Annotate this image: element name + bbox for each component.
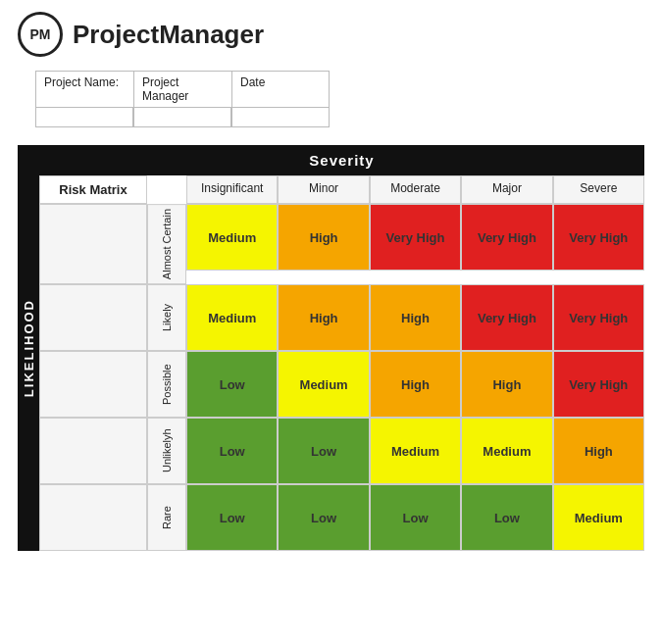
likelihood-label: Likelihood <box>22 299 36 397</box>
matrix-cell: Low <box>278 418 369 484</box>
severity-header: Severity <box>39 145 644 175</box>
matrix-cell: Low <box>461 484 552 551</box>
row-header-spacer <box>147 175 186 204</box>
col-header-major: Major <box>461 175 552 204</box>
risk-matrix-section: Likelihood Severity Risk Matrix Insignif… <box>18 145 644 551</box>
matrix-cell: High <box>461 351 552 418</box>
matrix-cell: High <box>278 204 369 271</box>
matrix-cell: Medium <box>553 484 644 551</box>
matrix-cell: Very High <box>461 204 552 271</box>
col-headers-row: Risk Matrix Insignificant Minor Moderate… <box>39 175 644 204</box>
matrix-data-row: LikelyMediumHighHighVery HighVery High <box>39 284 644 351</box>
date-input[interactable] <box>231 108 330 127</box>
row-label-rare: Rare <box>147 484 186 551</box>
row-label-almost-certain: Almost Certain <box>147 204 186 284</box>
matrix-data-row: Almost CertainMediumHighVery HighVery Hi… <box>39 204 644 284</box>
project-manager-input[interactable] <box>133 108 231 127</box>
matrix-cell: High <box>553 418 644 484</box>
matrix-outer: Likelihood Severity Risk Matrix Insignif… <box>18 145 644 551</box>
form-labels-row: Project Name: Project Manager Date <box>35 71 330 108</box>
matrix-cell: Medium <box>186 204 278 271</box>
matrix-cell: Very High <box>553 284 644 351</box>
matrix-cell: Low <box>186 351 278 418</box>
matrix-cell: Low <box>370 484 461 551</box>
row-spacer <box>39 418 147 484</box>
matrix-cell: High <box>278 284 369 351</box>
matrix-cell: Medium <box>461 418 552 484</box>
matrix-cell: High <box>370 351 461 418</box>
project-name-input[interactable] <box>35 108 133 127</box>
row-spacer <box>39 204 147 284</box>
date-label: Date <box>232 72 331 107</box>
header: PM ProjectManager <box>0 0 662 65</box>
row-spacer <box>39 484 147 551</box>
matrix-cell: Very High <box>370 204 461 271</box>
matrix-cell: Low <box>186 418 278 484</box>
matrix-cell: Medium <box>278 351 369 418</box>
risk-matrix-label: Risk Matrix <box>39 175 147 204</box>
matrix-data-row: RareLowLowLowLowMedium <box>39 484 644 551</box>
matrix-cell: High <box>370 284 461 351</box>
matrix-data-row: UnlikelyhLowLowMediumMediumHigh <box>39 418 644 484</box>
logo-icon: PM <box>18 12 63 57</box>
matrix-data-row: PossibleLowMediumHighHighVery High <box>39 351 644 418</box>
form-inputs-row <box>35 108 330 127</box>
row-spacer <box>39 284 147 351</box>
project-name-label: Project Name: <box>36 72 134 107</box>
row-label-possible: Possible <box>147 351 186 418</box>
row-spacer <box>39 351 147 418</box>
col-header-insignificant: Insignificant <box>186 175 278 204</box>
matrix-cell: Low <box>186 484 278 551</box>
row-label-unlikelyh: Unlikelyh <box>147 418 186 484</box>
matrix-cell: Low <box>278 484 369 551</box>
row-label-likely: Likely <box>147 284 186 351</box>
matrix-cell: Very High <box>553 351 644 418</box>
matrix-cell: Very High <box>461 284 552 351</box>
matrix-cell: Very High <box>553 204 644 271</box>
matrix-data-rows: Almost CertainMediumHighVery HighVery Hi… <box>39 204 644 551</box>
col-header-moderate: Moderate <box>370 175 461 204</box>
app-title: ProjectManager <box>73 20 264 50</box>
col-header-minor: Minor <box>278 175 369 204</box>
likelihood-label-col: Likelihood <box>18 145 39 551</box>
col-header-severe: Severe <box>553 175 644 204</box>
matrix-cell: Medium <box>370 418 461 484</box>
matrix-inner: Severity Risk Matrix Insignificant Minor… <box>39 145 644 551</box>
matrix-cell: Medium <box>186 284 278 351</box>
project-manager-label: Project Manager <box>134 72 232 107</box>
